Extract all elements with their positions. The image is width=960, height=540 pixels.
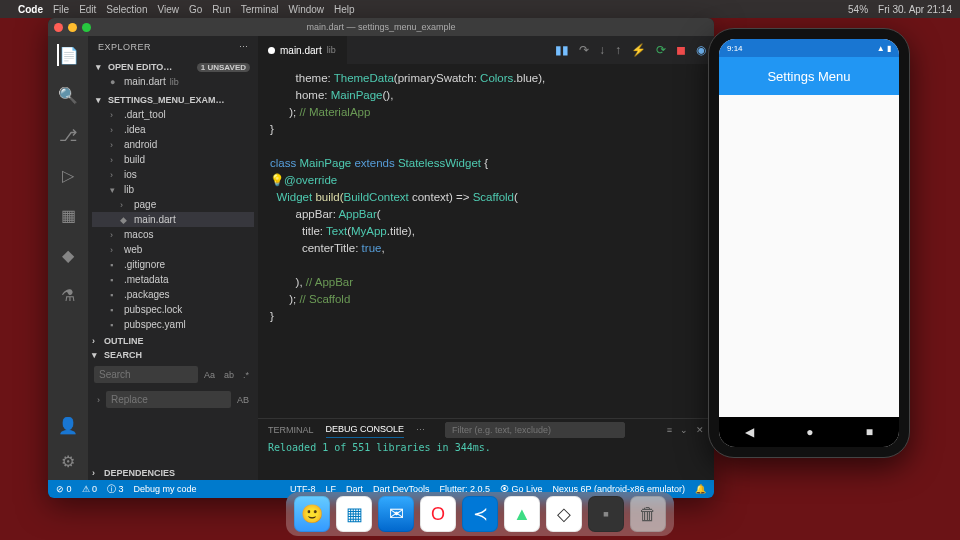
filter-input[interactable] bbox=[445, 422, 625, 438]
folder-page[interactable]: ›page bbox=[92, 197, 254, 212]
menu-go[interactable]: Go bbox=[189, 4, 202, 15]
status-bell-icon[interactable]: 🔔 bbox=[695, 484, 706, 494]
file-main-dart[interactable]: ◆main.dart bbox=[92, 212, 254, 227]
regex-icon[interactable]: .* bbox=[240, 369, 252, 381]
debug-step-over-icon[interactable]: ↷ bbox=[579, 43, 589, 57]
preserve-case-icon[interactable]: AB bbox=[234, 394, 252, 406]
panel-more-icon[interactable]: ⋯ bbox=[416, 422, 425, 438]
source-control-icon[interactable]: ⎇ bbox=[57, 124, 79, 146]
match-case-icon[interactable]: Aa bbox=[201, 369, 218, 381]
file-pubspec-lock[interactable]: ▪pubspec.lock bbox=[92, 302, 254, 317]
search-icon[interactable]: 🔍 bbox=[57, 84, 79, 106]
debug-stop-icon[interactable]: ◼ bbox=[676, 43, 686, 57]
flutter-icon[interactable]: ◆ bbox=[57, 244, 79, 266]
file-metadata[interactable]: ▪.metadata bbox=[92, 272, 254, 287]
devtools-icon[interactable]: ◉ bbox=[696, 43, 706, 57]
file-gitignore[interactable]: ▪.gitignore bbox=[92, 257, 254, 272]
t: // Scaffold bbox=[299, 293, 350, 305]
sidebar-more-icon[interactable]: ⋯ bbox=[239, 42, 249, 52]
extensions-icon[interactable]: ▦ bbox=[57, 204, 79, 226]
account-icon[interactable]: 👤 bbox=[57, 414, 79, 436]
folder-macos[interactable]: ›macos bbox=[92, 227, 254, 242]
project-section[interactable]: ▾ SETTINGS_MENU_EXAM… bbox=[92, 93, 254, 107]
replace-input[interactable] bbox=[106, 391, 231, 408]
whole-word-icon[interactable]: ab bbox=[221, 369, 237, 381]
menu-selection[interactable]: Selection bbox=[106, 4, 147, 15]
explorer-icon[interactable]: 📄 bbox=[57, 44, 79, 66]
file-icon: ▪ bbox=[110, 275, 120, 285]
tab-terminal[interactable]: TERMINAL bbox=[268, 422, 314, 438]
t: { bbox=[481, 157, 488, 169]
search-input[interactable] bbox=[94, 366, 198, 383]
status-debug-target[interactable]: Debug my code bbox=[134, 484, 197, 494]
window-title: main.dart — settings_menu_example bbox=[306, 22, 455, 32]
item-label: .packages bbox=[124, 289, 170, 300]
debug-step-out-icon[interactable]: ↑ bbox=[615, 43, 621, 57]
expand-replace-icon[interactable]: › bbox=[94, 394, 103, 406]
dock-app2-icon[interactable]: ▪ bbox=[588, 496, 624, 532]
run-debug-icon[interactable]: ▷ bbox=[57, 164, 79, 186]
panel-clear-icon[interactable]: ≡ bbox=[667, 425, 672, 435]
dock-vscode-icon[interactable]: ≺ bbox=[462, 496, 498, 532]
menu-run[interactable]: Run bbox=[212, 4, 230, 15]
phone-body[interactable] bbox=[719, 95, 899, 417]
file-pubspec-yaml[interactable]: ▪pubspec.yaml bbox=[92, 317, 254, 332]
folder-lib[interactable]: ▾lib bbox=[92, 182, 254, 197]
folder-ios[interactable]: ›ios bbox=[92, 167, 254, 182]
item-label: android bbox=[124, 139, 157, 150]
code-editor[interactable]: theme: ThemeData(primarySwatch: Colors.b… bbox=[258, 64, 714, 418]
menu-view[interactable]: View bbox=[158, 4, 180, 15]
dock-finder-icon[interactable]: 🙂 bbox=[294, 496, 330, 532]
dock-mail-icon[interactable]: ✉ bbox=[378, 496, 414, 532]
outline-section[interactable]: ›OUTLINE bbox=[88, 334, 258, 348]
settings-gear-icon[interactable]: ⚙ bbox=[57, 450, 79, 472]
nav-recent-icon[interactable]: ■ bbox=[866, 425, 873, 439]
menu-edit[interactable]: Edit bbox=[79, 4, 96, 15]
app-name[interactable]: Code bbox=[18, 4, 43, 15]
status-info[interactable]: ⓘ 3 bbox=[107, 483, 124, 496]
status-warnings[interactable]: ⚠ 0 bbox=[82, 484, 98, 494]
folder-web[interactable]: ›web bbox=[92, 242, 254, 257]
debug-step-into-icon[interactable]: ↓ bbox=[599, 43, 605, 57]
status-errors[interactable]: ⊘ 0 bbox=[56, 484, 72, 494]
lightbulb-icon[interactable]: 💡 bbox=[270, 174, 284, 186]
panel-close-icon[interactable]: ✕ bbox=[696, 425, 704, 435]
t: .blue), bbox=[513, 72, 545, 84]
menu-help[interactable]: Help bbox=[334, 4, 355, 15]
folder-build[interactable]: ›build bbox=[92, 152, 254, 167]
hot-reload-icon[interactable]: ⚡ bbox=[631, 43, 646, 57]
folder-idea[interactable]: ›.idea bbox=[92, 122, 254, 137]
file-packages[interactable]: ▪.packages bbox=[92, 287, 254, 302]
menu-terminal[interactable]: Terminal bbox=[241, 4, 279, 15]
file-icon: ▪ bbox=[110, 290, 120, 300]
tab-main-dart[interactable]: main.dart lib bbox=[258, 36, 347, 64]
phone-app-bar: Settings Menu bbox=[719, 57, 899, 95]
window-close-icon[interactable] bbox=[54, 23, 63, 32]
menu-window[interactable]: Window bbox=[289, 4, 325, 15]
dock-app-icon[interactable]: ◇ bbox=[546, 496, 582, 532]
panel-collapse-icon[interactable]: ⌄ bbox=[680, 425, 688, 435]
chevron-right-icon: › bbox=[110, 170, 120, 180]
window-zoom-icon[interactable] bbox=[82, 23, 91, 32]
menu-file[interactable]: File bbox=[53, 4, 69, 15]
tab-debug-console[interactable]: DEBUG CONSOLE bbox=[326, 421, 405, 438]
nav-home-icon[interactable]: ● bbox=[806, 425, 813, 439]
dock-android-studio-icon[interactable]: ▲ bbox=[504, 496, 540, 532]
debug-pause-icon[interactable]: ▮▮ bbox=[555, 43, 569, 57]
open-editor-file[interactable]: ● main.dart lib bbox=[92, 74, 254, 89]
folder-android[interactable]: ›android bbox=[92, 137, 254, 152]
dock-trash-icon[interactable]: 🗑 bbox=[630, 496, 666, 532]
tab-bar: main.dart lib ▮▮ ↷ ↓ ↑ ⚡ ⟳ ◼ ◉ bbox=[258, 36, 714, 64]
nav-back-icon[interactable]: ◀ bbox=[745, 425, 754, 439]
debug-console-output[interactable]: Reloaded 1 of 551 libraries in 344ms. bbox=[258, 440, 714, 480]
search-section[interactable]: ▾SEARCH bbox=[88, 348, 258, 362]
hot-restart-icon[interactable]: ⟳ bbox=[656, 43, 666, 57]
window-minimize-icon[interactable] bbox=[68, 23, 77, 32]
open-editors-section[interactable]: ▾ OPEN EDITO… 1 UNSAVED bbox=[92, 60, 254, 74]
dock-trello-icon[interactable]: ▦ bbox=[336, 496, 372, 532]
test-icon[interactable]: ⚗ bbox=[57, 284, 79, 306]
dependencies-section[interactable]: ›DEPENDENCIES bbox=[88, 466, 258, 480]
dock-opera-icon[interactable]: O bbox=[420, 496, 456, 532]
folder-dart-tool[interactable]: ›.dart_tool bbox=[92, 107, 254, 122]
t: , bbox=[381, 242, 384, 254]
